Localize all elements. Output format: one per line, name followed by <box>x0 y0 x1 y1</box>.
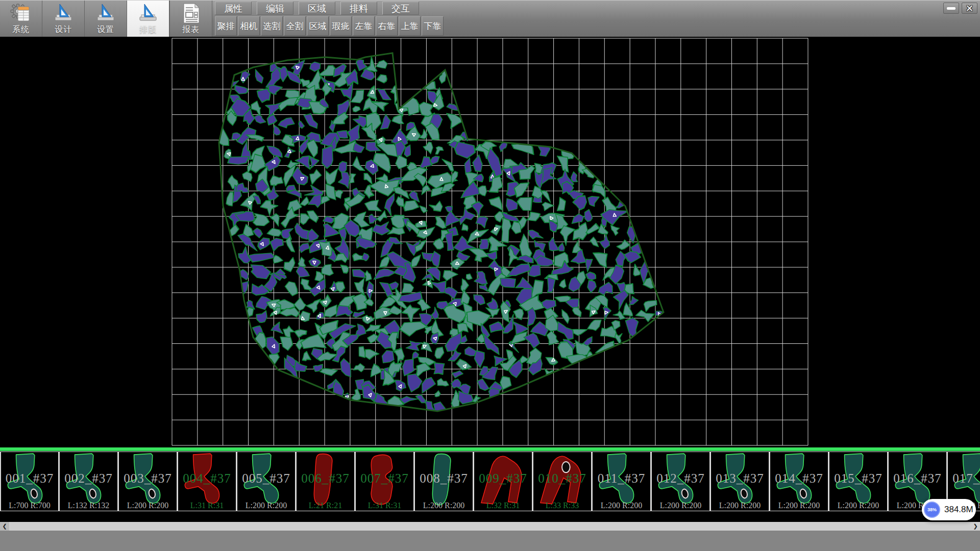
part-label: 016_#37 <box>889 471 946 486</box>
tool-button-10[interactable]: 下靠 <box>422 16 444 36</box>
mode-button-label: 系统 <box>12 24 30 35</box>
mode-button-label: 设计 <box>55 24 72 35</box>
part-quantity-label: L:200 R:200 <box>829 501 887 510</box>
part-quantity-label: L:200 R:200 <box>711 501 769 510</box>
scroll-left-button[interactable]: ❮ <box>0 522 9 531</box>
part-label: 015_#37 <box>829 471 887 486</box>
part-quantity-label: L:700 R:700 <box>1 501 58 510</box>
part-label: 007_#37 <box>356 471 413 486</box>
part-thumbnail-11[interactable]: 011_#37L:200 R:200 <box>592 452 651 511</box>
nested-pieces-layer[interactable] <box>210 56 667 420</box>
part-thumbnail-15[interactable]: 015_#37L:200 R:200 <box>829 452 888 511</box>
tool-button-7[interactable]: 左靠 <box>353 16 375 36</box>
part-label: 009_#37 <box>474 471 532 486</box>
close-button[interactable]: ✕ <box>962 3 977 14</box>
part-label: 002_#37 <box>60 471 117 486</box>
application-window: 系统 设计 设置 <box>0 0 980 551</box>
nesting-setsquare-icon <box>137 3 159 24</box>
horizontal-scrollbar[interactable]: ❮ ❯ <box>0 522 980 531</box>
part-quantity-label: L:200 R:200 <box>770 501 828 510</box>
system-gear-icon <box>10 3 32 24</box>
menu-tab-5[interactable]: 交互 <box>382 2 419 15</box>
mode-button-nesting[interactable]: 排版 <box>127 1 169 37</box>
design-setsquare-icon <box>52 3 75 24</box>
main-toolbar: 系统 设计 设置 <box>0 0 980 37</box>
menu-tab-row: 属性编辑区域排料交互 <box>215 2 419 15</box>
window-controls: ✕ <box>943 3 977 14</box>
part-quantity-label: L:21 R:21 <box>297 501 354 510</box>
settings-setsquare-icon <box>94 3 117 24</box>
close-icon: ✕ <box>966 4 974 13</box>
part-quantity-label: L:33 R:33 <box>533 501 591 510</box>
mode-button-design[interactable]: 设计 <box>42 1 85 37</box>
part-thumbnail-12[interactable]: 012_#37L:200 R:200 <box>651 452 710 511</box>
part-quantity-label: L:132 R:132 <box>60 501 117 510</box>
tool-button-9[interactable]: 上靠 <box>399 16 421 36</box>
strip-separator <box>0 447 980 451</box>
mode-button-system[interactable]: 系统 <box>0 1 42 37</box>
part-thumbnail-14[interactable]: 014_#37L:200 R:200 <box>770 452 829 511</box>
part-thumbnail-6[interactable]: 006_#37L:21 R:21 <box>296 452 355 511</box>
part-thumbnail-1[interactable]: 001_#37L:700 R:700 <box>0 452 59 511</box>
menu-tab-3[interactable]: 区域 <box>299 2 335 15</box>
part-quantity-label: L:31 R:31 <box>356 501 413 510</box>
part-label: 011_#37 <box>593 471 650 486</box>
part-quantity-label: L:31 R:31 <box>178 501 236 510</box>
part-thumbnail-4[interactable]: 004_#37L:31 R:31 <box>178 452 237 511</box>
part-thumbnail-5[interactable]: 005_#37L:200 R:200 <box>237 452 296 511</box>
part-label: 004_#37 <box>178 471 236 486</box>
minimize-button[interactable] <box>943 3 959 14</box>
tool-button-2[interactable]: 相机 <box>238 16 260 36</box>
part-label: 006_#37 <box>297 471 354 486</box>
bottom-bar <box>0 531 980 551</box>
tool-button-6[interactable]: 瑕疵 <box>330 16 352 36</box>
part-quantity-label: L:200 R:200 <box>119 501 177 510</box>
parts-thumbnail-strip: 001_#37L:700 R:700002_#37L:132 R:132003_… <box>0 451 980 522</box>
part-label: 008_#37 <box>415 471 473 486</box>
tool-button-3[interactable]: 选割 <box>261 16 283 36</box>
part-thumbnail-10[interactable]: 010_#37L:33 R:33 <box>533 452 592 511</box>
part-thumbnail-2[interactable]: 002_#37L:132 R:132 <box>59 452 118 511</box>
menu-tab-4[interactable]: 排料 <box>340 2 377 15</box>
part-label: 010_#37 <box>533 471 591 486</box>
part-quantity-label: L:32 R:31 <box>474 501 532 510</box>
part-label: 003_#37 <box>119 471 177 486</box>
scroll-right-button[interactable]: ❯ <box>971 522 980 531</box>
memory-usage-badge[interactable]: 38% 384.8M <box>922 499 976 520</box>
mode-button-label: 排版 <box>139 24 157 35</box>
memory-percent-indicator: 38% <box>924 502 940 518</box>
part-label: 014_#37 <box>770 471 828 486</box>
part-thumbnail-3[interactable]: 003_#37L:200 R:200 <box>118 452 178 511</box>
scroll-left-icon: ❮ <box>2 523 7 530</box>
memory-percent-label: 38% <box>927 507 937 512</box>
tool-button-row: 聚排相机选割全割区域瑕疵左靠右靠上靠下靠 <box>215 16 444 36</box>
tool-button-1[interactable]: 聚排 <box>215 16 237 36</box>
part-thumbnail-13[interactable]: 013_#37L:200 R:200 <box>710 452 770 511</box>
menu-tab-1[interactable]: 属性 <box>215 2 252 15</box>
part-label: 001_#37 <box>1 471 58 486</box>
menu-tab-2[interactable]: 编辑 <box>257 2 293 15</box>
part-label: 017_#37 <box>948 471 980 486</box>
part-label: 012_#37 <box>652 471 709 486</box>
tool-button-8[interactable]: 右靠 <box>376 16 398 36</box>
part-thumbnail-8[interactable]: 008_#37L:200 R:200 <box>414 452 474 511</box>
part-quantity-label: L:200 R:200 <box>237 501 295 510</box>
part-quantity-label: L:200 R:200 <box>593 501 650 510</box>
report-document-icon <box>180 3 202 24</box>
nesting-canvas[interactable] <box>0 37 980 447</box>
mode-button-label: 报表 <box>182 24 200 35</box>
mode-button-label: 设置 <box>97 24 114 35</box>
part-label: 013_#37 <box>711 471 769 486</box>
mode-button-settings[interactable]: 设置 <box>85 1 127 37</box>
part-quantity-label: L:200 R:200 <box>415 501 473 510</box>
minimize-icon <box>947 7 955 10</box>
part-thumbnail-9[interactable]: 009_#37L:32 R:31 <box>474 452 533 511</box>
nesting-canvas-area[interactable] <box>0 37 980 447</box>
tool-button-5[interactable]: 区域 <box>307 16 329 36</box>
tool-button-4[interactable]: 全割 <box>284 16 306 36</box>
mode-button-report[interactable]: 报表 <box>169 1 212 37</box>
part-label: 005_#37 <box>237 471 295 486</box>
app-mode-buttons: 系统 设计 设置 <box>0 1 212 37</box>
part-thumbnail-7[interactable]: 007_#37L:31 R:31 <box>355 452 414 511</box>
scroll-right-icon: ❯ <box>973 523 977 530</box>
